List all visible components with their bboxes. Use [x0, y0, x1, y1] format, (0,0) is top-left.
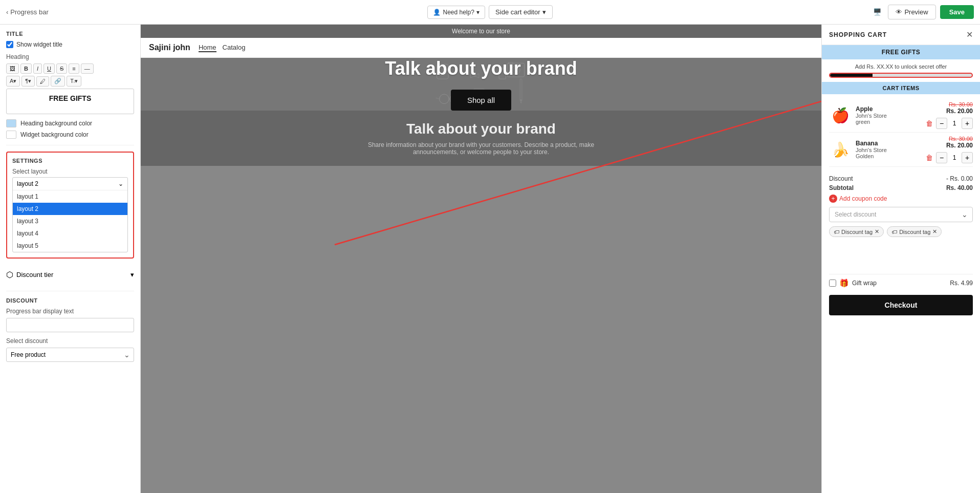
- toolbar-para-btn[interactable]: ¶▾: [21, 76, 35, 87]
- text-toolbar-2: A▾ ¶▾ 🖊 🔗 Tᵢ▾: [6, 76, 134, 87]
- tag-icon-2: 🏷: [891, 229, 897, 235]
- progress-bar-display-input[interactable]: [6, 318, 134, 332]
- hero-bottom-text: Share information about your brand with …: [358, 141, 604, 156]
- cart-header: SHOPPING CART ✕: [822, 25, 980, 45]
- store-logo: Sajini john: [149, 43, 190, 52]
- subtotal-value: Rs. 40.00: [946, 184, 973, 191]
- spacer: [829, 241, 973, 272]
- gift-wrap-price: Rs. 4.99: [950, 280, 973, 287]
- title-section-label: TITLE: [6, 31, 134, 37]
- cart-item-image-banana: 🍌: [829, 138, 852, 161]
- checkout-button[interactable]: Checkout: [829, 295, 973, 315]
- qty-increase-apple[interactable]: +: [962, 118, 973, 129]
- discount-section: DISCOUNT Progress bar display text Selec…: [6, 297, 134, 362]
- editor-label: Side cart editor: [495, 8, 540, 16]
- layout-option-1[interactable]: layout 1: [13, 190, 127, 203]
- left-panel: TITLE Show widget title Heading 🖼 B I U …: [0, 25, 141, 493]
- free-gifts-header: FREE GIFTS: [822, 45, 980, 59]
- layout-options-list: layout 1 layout 2 layout 3 layout 4 layo…: [13, 190, 127, 252]
- layout-option-2[interactable]: layout 2: [13, 203, 127, 215]
- divider-1: [6, 145, 134, 145]
- save-button[interactable]: Save: [940, 5, 974, 19]
- monitor-icon: 🖥️: [873, 8, 882, 16]
- qty-decrease-apple[interactable]: −: [936, 118, 947, 129]
- monitor-button[interactable]: 🖥️: [871, 6, 884, 18]
- subtotal-label: Subtotal: [829, 184, 854, 191]
- cart-item-store-banana: John's Store: [856, 147, 922, 153]
- tag-close-2[interactable]: ✕: [932, 228, 937, 235]
- add-coupon-button[interactable]: + Add coupon code: [829, 195, 973, 203]
- cart-item: 🍎 Apple John's Store green Rs. 30.00 Rs.…: [829, 98, 973, 133]
- chevron-down-icon: ▾: [476, 9, 480, 16]
- toolbar-minus-btn[interactable]: —: [81, 63, 94, 74]
- editor-dropdown-button[interactable]: Side cart editor ▾: [489, 5, 552, 19]
- cart-item-old-price-banana: Rs. 30.00: [946, 136, 973, 142]
- layout-option-4[interactable]: layout 4: [13, 227, 127, 240]
- nav-link-home[interactable]: Home: [199, 44, 216, 52]
- toolbar-italic-btn[interactable]: I: [33, 63, 42, 74]
- gift-wrap-label: Gift wrap: [852, 280, 947, 287]
- show-widget-title-checkbox[interactable]: [6, 41, 13, 48]
- user-icon: 👤: [433, 9, 441, 16]
- cart-item-info-apple: Apple John's Store green: [856, 105, 922, 125]
- canvas-area: Welcome to our store Sajini john Home Ca…: [141, 25, 821, 493]
- cart-item-image-apple: 🍎: [829, 104, 852, 126]
- chevron-down-icon-tier: ▾: [130, 271, 134, 278]
- cart-item-price-banana: Rs. 20.00: [946, 142, 973, 149]
- cart-close-button[interactable]: ✕: [966, 30, 973, 39]
- topbar-left: ‹ Progress bar: [6, 8, 325, 16]
- layout-option-3[interactable]: layout 3: [13, 215, 127, 227]
- gift-wrap-checkbox[interactable]: [829, 280, 836, 287]
- toolbar-strikethrough-btn[interactable]: S: [56, 63, 67, 74]
- discount-tag-2-label: Discount tag: [899, 229, 930, 235]
- select-discount-field[interactable]: Free product: [6, 348, 134, 362]
- layout-current-value[interactable]: layout 2 ⌄: [13, 178, 127, 190]
- qty-increase-banana[interactable]: +: [962, 152, 973, 163]
- text-toolbar: 🖼 B I U S ≡ —: [6, 63, 134, 74]
- heading-bg-color-swatch[interactable]: [6, 119, 16, 127]
- topbar-right: 🖥️ 👁 Preview Save: [655, 5, 974, 19]
- store-nav-links: Home Catalog: [199, 44, 246, 52]
- toolbar-highlight-btn[interactable]: 🖊: [36, 76, 49, 87]
- discount-tier-label: Discount tier: [16, 271, 53, 278]
- cart-title: SHOPPING CART: [829, 31, 887, 38]
- layout-option-5[interactable]: layout 5: [13, 240, 127, 252]
- toolbar-type-btn[interactable]: Tᵢ▾: [67, 76, 81, 87]
- toolbar-image-btn[interactable]: 🖼: [6, 63, 19, 74]
- delete-apple-button[interactable]: 🗑: [926, 119, 933, 127]
- discount-tier-icon: ⬡: [6, 270, 13, 280]
- nav-link-catalog[interactable]: Catalog: [223, 44, 246, 52]
- select-layout-label: Select layout: [12, 168, 128, 175]
- toolbar-font-color-btn[interactable]: A▾: [6, 76, 20, 87]
- discount-tier-row[interactable]: ⬡ Discount tier ▾: [6, 265, 134, 285]
- cart-item-info-banana: Banana John's Store Golden: [856, 140, 922, 159]
- heading-text-editor[interactable]: FREE GIFTS: [6, 89, 134, 114]
- cart-item-price-apple: Rs. 20.00: [946, 108, 973, 115]
- toolbar-align-btn[interactable]: ≡: [69, 63, 79, 74]
- cart-item-right-apple: Rs. 30.00 Rs. 20.00 🗑 − 1 +: [926, 101, 973, 129]
- cart-items-header: CART ITEMS: [822, 82, 980, 94]
- toolbar-link-btn[interactable]: 🔗: [51, 76, 65, 87]
- store-nav: Sajini john Home Catalog: [141, 38, 821, 58]
- plus-icon: +: [829, 195, 837, 203]
- hero-content: Talk about your brand Shop all: [385, 58, 577, 111]
- toolbar-underline-btn[interactable]: U: [43, 63, 55, 74]
- delete-banana-button[interactable]: 🗑: [926, 154, 933, 162]
- cart-item-controls-apple: 🗑 − 1 +: [926, 118, 973, 129]
- welcome-text: Welcome to our store: [452, 28, 510, 35]
- widget-bg-color-swatch[interactable]: [6, 131, 16, 139]
- shop-all-button[interactable]: Shop all: [451, 90, 511, 111]
- back-button[interactable]: ‹ Progress bar: [6, 8, 49, 16]
- select-discount-cart-wrap: Select discount: [829, 207, 973, 222]
- tag-close-1[interactable]: ✕: [875, 228, 879, 235]
- select-discount-cart-field[interactable]: Select discount: [829, 207, 973, 222]
- need-help-button[interactable]: 👤 Need help? ▾: [427, 6, 485, 19]
- progress-bar-wrap: [829, 73, 973, 78]
- cart-item-prices-banana: Rs. 30.00 Rs. 20.00: [946, 136, 973, 149]
- preview-button[interactable]: 👁 Preview: [888, 5, 935, 19]
- qty-decrease-banana[interactable]: −: [936, 152, 947, 163]
- toolbar-bold-btn[interactable]: B: [20, 63, 32, 74]
- tag-icon-1: 🏷: [834, 229, 839, 235]
- cart-item-controls-banana: 🗑 − 1 +: [926, 152, 973, 163]
- progress-text: Add Rs. XX.XX to unlock secret offer: [829, 63, 973, 70]
